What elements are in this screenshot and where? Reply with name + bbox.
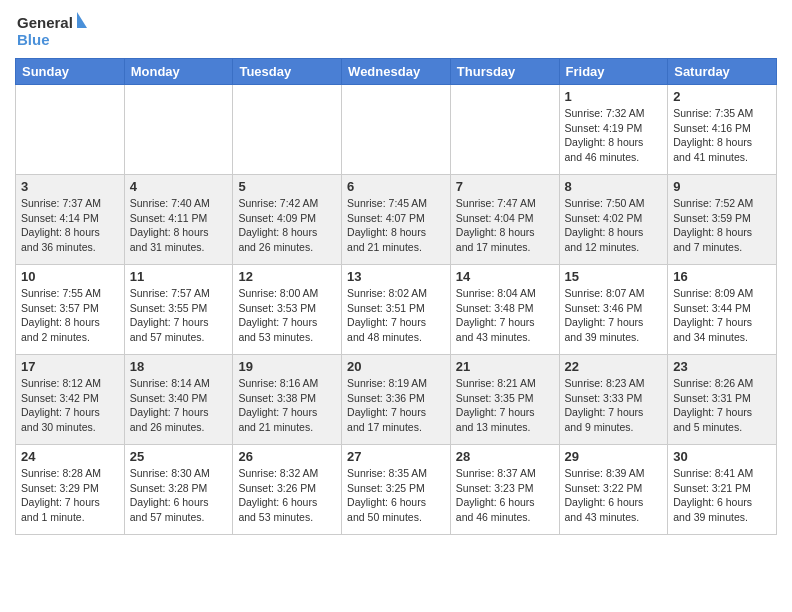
day-info: Sunrise: 8:41 AM Sunset: 3:21 PM Dayligh… [673,466,771,525]
week-row-5: 24Sunrise: 8:28 AM Sunset: 3:29 PM Dayli… [16,445,777,535]
calendar-cell: 4Sunrise: 7:40 AM Sunset: 4:11 PM Daylig… [124,175,233,265]
header: GeneralBlue [15,10,777,50]
calendar-cell [124,85,233,175]
day-info: Sunrise: 8:09 AM Sunset: 3:44 PM Dayligh… [673,286,771,345]
day-number: 26 [238,449,336,464]
day-info: Sunrise: 8:19 AM Sunset: 3:36 PM Dayligh… [347,376,445,435]
weekday-header-sunday: Sunday [16,59,125,85]
calendar-cell [233,85,342,175]
calendar-cell: 5Sunrise: 7:42 AM Sunset: 4:09 PM Daylig… [233,175,342,265]
calendar-cell: 11Sunrise: 7:57 AM Sunset: 3:55 PM Dayli… [124,265,233,355]
week-row-4: 17Sunrise: 8:12 AM Sunset: 3:42 PM Dayli… [16,355,777,445]
day-info: Sunrise: 8:28 AM Sunset: 3:29 PM Dayligh… [21,466,119,525]
calendar-cell: 18Sunrise: 8:14 AM Sunset: 3:40 PM Dayli… [124,355,233,445]
weekday-header-row: SundayMondayTuesdayWednesdayThursdayFrid… [16,59,777,85]
weekday-header-friday: Friday [559,59,668,85]
day-info: Sunrise: 8:23 AM Sunset: 3:33 PM Dayligh… [565,376,663,435]
weekday-header-saturday: Saturday [668,59,777,85]
day-info: Sunrise: 7:40 AM Sunset: 4:11 PM Dayligh… [130,196,228,255]
day-info: Sunrise: 8:37 AM Sunset: 3:23 PM Dayligh… [456,466,554,525]
calendar-cell: 22Sunrise: 8:23 AM Sunset: 3:33 PM Dayli… [559,355,668,445]
weekday-header-wednesday: Wednesday [342,59,451,85]
day-number: 16 [673,269,771,284]
day-number: 7 [456,179,554,194]
calendar-cell: 15Sunrise: 8:07 AM Sunset: 3:46 PM Dayli… [559,265,668,355]
logo-icon: GeneralBlue [15,10,95,50]
calendar-cell: 24Sunrise: 8:28 AM Sunset: 3:29 PM Dayli… [16,445,125,535]
day-number: 9 [673,179,771,194]
day-number: 20 [347,359,445,374]
calendar-cell: 29Sunrise: 8:39 AM Sunset: 3:22 PM Dayli… [559,445,668,535]
day-info: Sunrise: 8:21 AM Sunset: 3:35 PM Dayligh… [456,376,554,435]
day-number: 17 [21,359,119,374]
day-info: Sunrise: 8:30 AM Sunset: 3:28 PM Dayligh… [130,466,228,525]
week-row-2: 3Sunrise: 7:37 AM Sunset: 4:14 PM Daylig… [16,175,777,265]
weekday-header-tuesday: Tuesday [233,59,342,85]
day-number: 3 [21,179,119,194]
day-number: 19 [238,359,336,374]
day-number: 10 [21,269,119,284]
day-number: 27 [347,449,445,464]
day-number: 23 [673,359,771,374]
day-number: 1 [565,89,663,104]
calendar-cell: 20Sunrise: 8:19 AM Sunset: 3:36 PM Dayli… [342,355,451,445]
calendar-table: SundayMondayTuesdayWednesdayThursdayFrid… [15,58,777,535]
calendar-cell: 16Sunrise: 8:09 AM Sunset: 3:44 PM Dayli… [668,265,777,355]
calendar-cell [342,85,451,175]
calendar-cell: 12Sunrise: 8:00 AM Sunset: 3:53 PM Dayli… [233,265,342,355]
day-info: Sunrise: 8:32 AM Sunset: 3:26 PM Dayligh… [238,466,336,525]
page-container: GeneralBlue SundayMondayTuesdayWednesday… [0,0,792,545]
day-info: Sunrise: 7:52 AM Sunset: 3:59 PM Dayligh… [673,196,771,255]
calendar-cell: 7Sunrise: 7:47 AM Sunset: 4:04 PM Daylig… [450,175,559,265]
logo: GeneralBlue [15,10,99,50]
weekday-header-monday: Monday [124,59,233,85]
day-info: Sunrise: 8:35 AM Sunset: 3:25 PM Dayligh… [347,466,445,525]
svg-text:General: General [17,14,73,31]
day-number: 6 [347,179,445,194]
day-number: 5 [238,179,336,194]
svg-text:Blue: Blue [17,31,50,48]
calendar-cell: 14Sunrise: 8:04 AM Sunset: 3:48 PM Dayli… [450,265,559,355]
day-number: 14 [456,269,554,284]
day-info: Sunrise: 7:50 AM Sunset: 4:02 PM Dayligh… [565,196,663,255]
weekday-header-thursday: Thursday [450,59,559,85]
day-info: Sunrise: 8:39 AM Sunset: 3:22 PM Dayligh… [565,466,663,525]
calendar-cell: 26Sunrise: 8:32 AM Sunset: 3:26 PM Dayli… [233,445,342,535]
day-info: Sunrise: 7:55 AM Sunset: 3:57 PM Dayligh… [21,286,119,345]
calendar-cell: 17Sunrise: 8:12 AM Sunset: 3:42 PM Dayli… [16,355,125,445]
day-number: 11 [130,269,228,284]
day-number: 29 [565,449,663,464]
day-number: 15 [565,269,663,284]
calendar-cell: 19Sunrise: 8:16 AM Sunset: 3:38 PM Dayli… [233,355,342,445]
calendar-cell: 1Sunrise: 7:32 AM Sunset: 4:19 PM Daylig… [559,85,668,175]
day-number: 2 [673,89,771,104]
calendar-cell: 6Sunrise: 7:45 AM Sunset: 4:07 PM Daylig… [342,175,451,265]
calendar-cell: 23Sunrise: 8:26 AM Sunset: 3:31 PM Dayli… [668,355,777,445]
day-number: 8 [565,179,663,194]
day-info: Sunrise: 7:47 AM Sunset: 4:04 PM Dayligh… [456,196,554,255]
week-row-1: 1Sunrise: 7:32 AM Sunset: 4:19 PM Daylig… [16,85,777,175]
calendar-cell: 28Sunrise: 8:37 AM Sunset: 3:23 PM Dayli… [450,445,559,535]
day-info: Sunrise: 7:37 AM Sunset: 4:14 PM Dayligh… [21,196,119,255]
calendar-cell: 3Sunrise: 7:37 AM Sunset: 4:14 PM Daylig… [16,175,125,265]
calendar-cell: 2Sunrise: 7:35 AM Sunset: 4:16 PM Daylig… [668,85,777,175]
day-number: 28 [456,449,554,464]
calendar-cell: 27Sunrise: 8:35 AM Sunset: 3:25 PM Dayli… [342,445,451,535]
day-info: Sunrise: 7:42 AM Sunset: 4:09 PM Dayligh… [238,196,336,255]
calendar-cell: 8Sunrise: 7:50 AM Sunset: 4:02 PM Daylig… [559,175,668,265]
day-number: 4 [130,179,228,194]
day-info: Sunrise: 7:45 AM Sunset: 4:07 PM Dayligh… [347,196,445,255]
day-info: Sunrise: 7:57 AM Sunset: 3:55 PM Dayligh… [130,286,228,345]
day-info: Sunrise: 8:16 AM Sunset: 3:38 PM Dayligh… [238,376,336,435]
calendar-cell: 30Sunrise: 8:41 AM Sunset: 3:21 PM Dayli… [668,445,777,535]
day-info: Sunrise: 8:14 AM Sunset: 3:40 PM Dayligh… [130,376,228,435]
day-info: Sunrise: 8:12 AM Sunset: 3:42 PM Dayligh… [21,376,119,435]
calendar-cell: 9Sunrise: 7:52 AM Sunset: 3:59 PM Daylig… [668,175,777,265]
calendar-cell: 13Sunrise: 8:02 AM Sunset: 3:51 PM Dayli… [342,265,451,355]
day-info: Sunrise: 8:02 AM Sunset: 3:51 PM Dayligh… [347,286,445,345]
calendar-cell [450,85,559,175]
day-number: 30 [673,449,771,464]
svg-marker-2 [77,12,87,28]
day-number: 24 [21,449,119,464]
day-info: Sunrise: 7:32 AM Sunset: 4:19 PM Dayligh… [565,106,663,165]
